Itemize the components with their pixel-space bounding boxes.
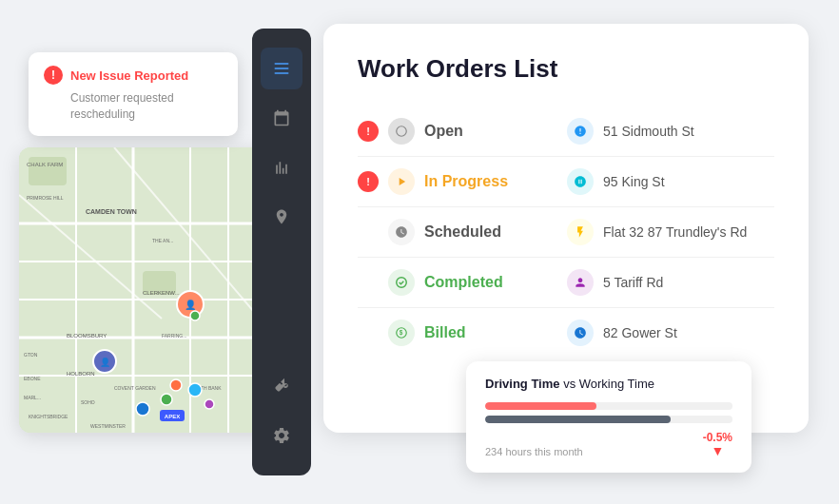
notification-card: ! New Issue Reported Customer requested …	[29, 52, 238, 136]
pct-arrow: ▼	[711, 444, 724, 457]
status-section-inprogress: ! In Progress	[358, 168, 548, 195]
alert-icon: !	[44, 66, 63, 85]
status-section-billed: ! $ Billed	[358, 320, 548, 346]
working-bar-track	[485, 416, 732, 423]
svg-text:WESTMINSTER: WESTMINSTER	[90, 423, 126, 429]
location-icon-completed	[567, 269, 594, 296]
location-text-scheduled: Flat 32 87 Trundley's Rd	[603, 224, 747, 240]
svg-text:PRIMROSE HILL: PRIMROSE HILL	[27, 195, 64, 201]
location-section-inprogress: 95 King St	[567, 168, 665, 195]
driving-pct: -0.5% ▼	[703, 431, 732, 457]
svg-text:EBONE: EBONE	[24, 376, 41, 381]
status-label-completed: Completed	[424, 274, 503, 291]
sidebar	[252, 29, 311, 475]
svg-point-47	[397, 278, 407, 288]
driving-footer: 234 hours this month -0.5% ▼	[485, 431, 732, 457]
svg-text:APEX: APEX	[165, 414, 180, 419]
sidebar-item-calendar[interactable]	[261, 97, 302, 139]
table-row[interactable]: ! Scheduled Flat 32 87 Trundley's Rd	[358, 207, 774, 258]
svg-text:SOHO: SOHO	[81, 399, 95, 405]
svg-point-46	[397, 126, 407, 137]
alert-badge-inprogress: !	[358, 171, 379, 192]
alert-badge-open: !	[358, 121, 379, 142]
notification-header: ! New Issue Reported	[44, 66, 223, 85]
svg-point-33	[170, 379, 182, 391]
svg-text:CAMDEN TOWN: CAMDEN TOWN	[86, 208, 137, 215]
work-orders-title: Work Orders List	[358, 54, 774, 84]
svg-point-30	[188, 383, 202, 397]
status-section-open: ! Open	[358, 118, 548, 145]
svg-text:CHALK FARM: CHALK FARM	[27, 162, 63, 167]
status-section-completed: ! Completed	[358, 269, 548, 296]
svg-point-31	[136, 402, 149, 416]
location-icon-inprogress	[567, 168, 594, 195]
map-card: CHALK FARM PRIMROSE HILL CAMDEN TOWN THE…	[19, 147, 276, 433]
driving-bar-fill-red	[485, 402, 596, 410]
driving-bar-track	[485, 402, 732, 410]
svg-text:GTON: GTON	[24, 352, 38, 358]
status-icon-billed: $	[388, 320, 415, 346]
location-section-open: 51 Sidmouth St	[567, 118, 694, 145]
notification-title: New Issue Reported	[70, 68, 188, 83]
status-label-open: Open	[424, 123, 463, 140]
svg-point-38	[190, 311, 200, 320]
svg-text:CLERKENW...: CLERKENW...	[143, 290, 180, 296]
location-icon-open	[567, 118, 594, 145]
map-background: CHALK FARM PRIMROSE HILL CAMDEN TOWN THE…	[19, 147, 276, 433]
driving-time-card: Driving Time vs Working Time 234 hours t…	[466, 361, 751, 473]
svg-text:FARRING...: FARRING...	[162, 333, 186, 339]
table-row[interactable]: ! Completed 5 Tariff Rd	[358, 258, 774, 308]
table-row[interactable]: ! Open 51 Sidmouth St	[358, 107, 774, 157]
pct-value: -0.5%	[703, 431, 732, 444]
sidebar-item-wrench[interactable]	[261, 365, 302, 407]
svg-rect-45	[275, 72, 289, 74]
status-icon-scheduled	[388, 219, 415, 245]
sidebar-item-location[interactable]	[261, 196, 302, 238]
status-icon-open	[388, 118, 415, 145]
svg-rect-44	[275, 68, 289, 69]
svg-text:BLOOMSBURY: BLOOMSBURY	[67, 333, 107, 339]
svg-text:HOLBORN: HOLBORN	[67, 371, 95, 377]
sidebar-item-chart[interactable]	[261, 146, 302, 188]
svg-text:MARL...: MARL...	[24, 395, 41, 400]
location-section-completed: 5 Tariff Rd	[567, 269, 663, 296]
sidebar-item-settings[interactable]	[261, 415, 302, 456]
notification-body: Customer requested rescheduling	[44, 90, 223, 123]
svg-point-32	[161, 394, 172, 405]
sidebar-item-list[interactable]	[261, 48, 302, 89]
svg-text:COVENT GARDEN: COVENT GARDEN	[114, 385, 156, 391]
svg-text:$: $	[400, 329, 403, 337]
svg-rect-43	[275, 63, 289, 65]
work-orders-list: ! Open 51 Sidmouth St ! In Progress	[358, 107, 774, 358]
status-label-scheduled: Scheduled	[424, 223, 501, 241]
working-bar-fill-gray	[485, 416, 671, 423]
status-label-inprogress: In Progress	[424, 173, 508, 190]
location-section-billed: 82 Gower St	[567, 320, 677, 346]
location-text-billed: 82 Gower St	[603, 325, 677, 340]
status-section-scheduled: ! Scheduled	[358, 219, 548, 245]
location-text-open: 51 Sidmouth St	[603, 124, 694, 139]
location-icon-billed	[567, 320, 594, 346]
driving-bar-container	[485, 402, 732, 423]
svg-text:👤: 👤	[100, 357, 111, 368]
location-text-inprogress: 95 King St	[603, 174, 665, 189]
svg-text:KNIGHTSBRIDGE: KNIGHTSBRIDGE	[29, 414, 68, 419]
driving-hours: 234 hours this month	[485, 446, 583, 457]
status-icon-completed	[388, 269, 415, 296]
svg-text:👤: 👤	[185, 299, 197, 311]
svg-text:THE AN...: THE AN...	[152, 238, 173, 243]
table-row[interactable]: ! $ Billed 82 Gower St	[358, 308, 774, 358]
location-text-completed: 5 Tariff Rd	[603, 275, 663, 290]
svg-point-34	[205, 399, 214, 409]
table-row[interactable]: ! In Progress 95 King St	[358, 157, 774, 207]
location-icon-scheduled	[567, 219, 594, 245]
status-label-billed: Billed	[424, 324, 466, 341]
location-section-scheduled: Flat 32 87 Trundley's Rd	[567, 219, 747, 245]
driving-time-title: Driving Time vs Working Time	[485, 377, 732, 391]
status-icon-inprogress	[388, 168, 415, 195]
